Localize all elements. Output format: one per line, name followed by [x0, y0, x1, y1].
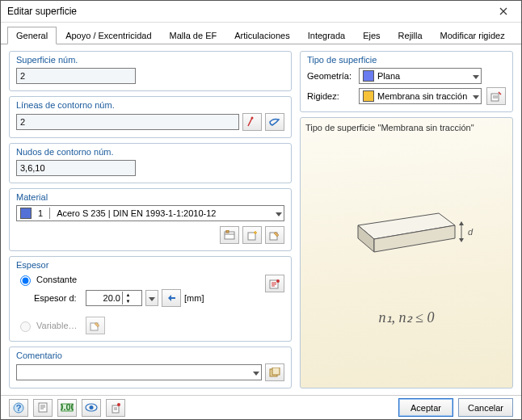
- thickness-pick-button[interactable]: [162, 289, 181, 307]
- cancel-button[interactable]: Cancelar: [458, 398, 513, 417]
- slab-illustration: d: [334, 189, 479, 294]
- svg-point-6: [276, 279, 280, 283]
- tab-rejilla[interactable]: Rejilla: [389, 27, 431, 44]
- right-column: Tipo de superficie Geometría: Plana Rigi…: [300, 51, 513, 388]
- svg-text:d: d: [468, 227, 474, 237]
- group-title-surface-no: Superficie núm.: [16, 55, 284, 65]
- thickness-unit: [mm]: [184, 293, 204, 303]
- dropdown-caret-icon: [473, 91, 479, 101]
- spinner-buttons[interactable]: ▲▼: [122, 292, 133, 304]
- geometry-swatch: [363, 70, 374, 82]
- material-select[interactable]: 1 Acero S 235 | DIN EN 1993-1-1:2010-12: [16, 205, 284, 221]
- material-text: Acero S 235 | DIN EN 1993-1-1:2010-12: [57, 208, 216, 218]
- svg-point-22: [90, 405, 94, 410]
- dropdown-caret-icon: [276, 208, 282, 218]
- geometry-select[interactable]: Plana: [359, 68, 482, 84]
- thickness-variable-label: Variable…: [36, 321, 78, 330]
- geometry-label: Geometría:: [307, 71, 354, 81]
- thickness-constant-label: Constante: [36, 275, 77, 284]
- window-close-button[interactable]: [487, 1, 520, 22]
- help-button[interactable]: ?: [9, 399, 28, 417]
- boundary-lines-input[interactable]: [16, 114, 239, 130]
- group-boundary-lines: Líneas de contorno núm.: [9, 96, 292, 138]
- group-material: Material 1 Acero S 235 | DIN EN 1993-1-1…: [9, 188, 292, 251]
- group-title-comment: Comentario: [16, 351, 284, 360]
- group-thickness: Espesor Constante Espesor d: ▲▼: [9, 256, 292, 342]
- thickness-variable-radio: [20, 321, 31, 332]
- material-index: 1: [38, 208, 43, 218]
- stiffness-edit-button[interactable]: [486, 87, 506, 105]
- dropdown-caret-icon: [473, 71, 479, 81]
- stiffness-select[interactable]: Membrana sin tracción: [359, 88, 482, 104]
- thickness-dropdown-button[interactable]: [145, 290, 158, 306]
- dialog-footer: ? 0.00 Aceptar Cancelar: [1, 395, 521, 419]
- material-library-button[interactable]: [220, 226, 239, 244]
- material-swatch: [20, 208, 32, 219]
- preview-formula: n₁, n₂ ≤ 0: [379, 309, 435, 326]
- svg-point-0: [251, 117, 254, 120]
- pick-lines-button[interactable]: [242, 113, 262, 131]
- tab-articulaciones[interactable]: Articulaciones: [225, 27, 298, 44]
- tab-integrada[interactable]: Integrada: [299, 27, 354, 44]
- surface-no-input[interactable]: [16, 68, 136, 84]
- svg-point-24: [117, 403, 120, 406]
- left-column: Superficie núm. Líneas de contorno núm. …: [9, 51, 292, 388]
- footer-notes-button[interactable]: [33, 399, 53, 417]
- material-edit-button[interactable]: [265, 226, 284, 244]
- stiffness-swatch: [363, 90, 374, 102]
- comment-combo[interactable]: [16, 364, 262, 380]
- thickness-value-input[interactable]: [86, 292, 122, 304]
- footer-pin-button[interactable]: [106, 399, 125, 417]
- window-title: Editar superficie: [7, 6, 487, 17]
- group-title-thickness: Espesor: [16, 260, 284, 270]
- stiffness-value: Membrana sin tracción: [377, 91, 467, 101]
- group-title-material: Material: [16, 192, 284, 202]
- thickness-info-button[interactable]: [265, 275, 284, 292]
- tab-strip: General Apoyo / Excentricidad Malla de E…: [1, 23, 521, 44]
- tab-general[interactable]: General: [7, 27, 57, 44]
- group-surface-no: Superficie núm.: [9, 51, 292, 91]
- thickness-variable-edit-button[interactable]: [86, 317, 105, 334]
- thickness-constant-radio[interactable]: [20, 275, 31, 286]
- preview-canvas: d n₁, n₂ ≤ 0: [305, 132, 507, 383]
- ok-button[interactable]: Aceptar: [398, 398, 453, 417]
- group-comment: Comentario: [9, 346, 292, 388]
- tab-malla[interactable]: Malla de EF: [161, 27, 226, 44]
- tab-apoyo[interactable]: Apoyo / Excentricidad: [57, 27, 160, 44]
- divider: [49, 208, 50, 219]
- titlebar: Editar superficie: [1, 1, 521, 23]
- dropdown-caret-icon: [253, 368, 259, 377]
- svg-rect-2: [226, 230, 229, 233]
- group-title-boundary-nodes: Nudos de contorno núm.: [16, 147, 284, 157]
- boundary-nodes-input[interactable]: [16, 160, 136, 176]
- svg-text:?: ?: [16, 403, 22, 413]
- select-lines-button[interactable]: [265, 113, 284, 131]
- group-title-boundary-lines: Líneas de contorno núm.: [16, 100, 284, 110]
- svg-text:0.00: 0.00: [61, 402, 74, 412]
- thickness-d-label: Espesor d:: [34, 293, 82, 303]
- geometry-value: Plana: [377, 71, 400, 81]
- footer-units-button[interactable]: 0.00: [57, 399, 77, 417]
- comment-library-button[interactable]: [265, 363, 284, 381]
- footer-view-button[interactable]: [82, 399, 101, 417]
- group-surface-type: Tipo de superficie Geometría: Plana Rigi…: [300, 51, 513, 112]
- dialog-window: Editar superficie General Apoyo / Excent…: [0, 0, 522, 420]
- group-boundary-nodes: Nudos de contorno núm.: [9, 143, 292, 183]
- thickness-spinner[interactable]: ▲▼: [86, 290, 142, 306]
- preview-title: Tipo de superficie "Membrana sin tracció…: [305, 123, 507, 132]
- group-title-surface-type: Tipo de superficie: [307, 55, 506, 65]
- preview-panel: Tipo de superficie "Membrana sin tracció…: [300, 117, 513, 388]
- tab-ejes[interactable]: Ejes: [354, 27, 389, 44]
- tab-modificar-rigidez[interactable]: Modificar rigidez: [431, 27, 514, 44]
- svg-rect-9: [272, 368, 280, 375]
- svg-rect-3: [248, 233, 255, 240]
- content-area: Superficie núm. Líneas de contorno núm. …: [1, 44, 521, 395]
- stiffness-label: Rigidez:: [307, 91, 354, 101]
- material-new-button[interactable]: [242, 226, 262, 244]
